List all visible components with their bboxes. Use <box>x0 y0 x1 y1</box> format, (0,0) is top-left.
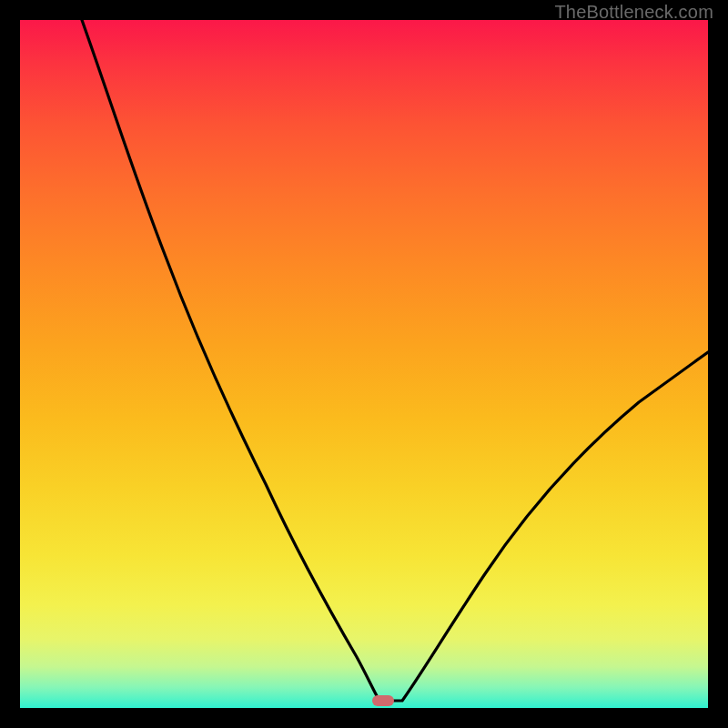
curve-path <box>82 20 708 701</box>
optimum-marker <box>372 695 394 706</box>
bottleneck-curve <box>20 20 708 708</box>
chart-frame: TheBottleneck.com <box>0 0 728 728</box>
plot-area <box>20 20 708 708</box>
